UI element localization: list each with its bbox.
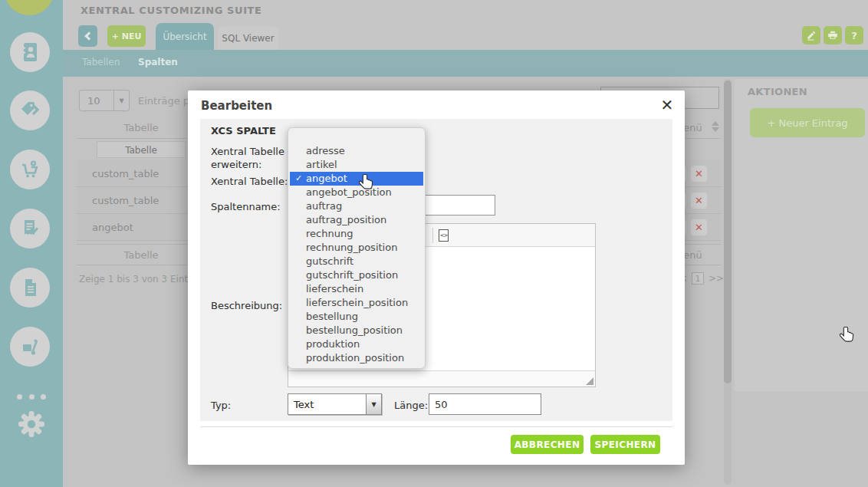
source-code-icon[interactable]: <> [439,229,449,242]
dropdown-option[interactable]: gutschrift_position [288,268,425,282]
logo-icon[interactable] [5,0,54,15]
settings-gear-icon [16,409,47,439]
sidebar-item-tags[interactable] [10,90,50,130]
row-delete-button[interactable]: ✕ [691,166,707,182]
column-filter [97,141,186,158]
chevron-left-icon [84,31,93,40]
sidebar-item-shop[interactable] [10,150,50,189]
edit-modal: Bearbeiten ✕ XCS SPALTE Xentral Tabelle … [188,90,685,465]
label-spaltenname: Spaltenname: [211,201,281,212]
actions-title: AKTIONEN [748,86,807,97]
row-delete-button[interactable]: ✕ [691,219,707,235]
dropdown-option-label: lieferschein [306,283,363,295]
page-size-value: 10 [80,95,113,107]
new-button[interactable]: + NEU [107,25,146,47]
typ-value: Text [288,394,366,414]
dropdown-option-label: auftrag [306,200,342,212]
modal-title: Bearbeiten [201,99,272,113]
dropdown-option[interactable]: lieferschein_position [288,296,425,310]
pencil-icon [806,30,817,41]
sidebar-item-invoices[interactable] [10,209,50,248]
close-icon[interactable]: ✕ [657,95,677,115]
tab-uebersicht[interactable]: Übersicht [156,23,214,50]
sidebar-item-logistics[interactable] [10,327,50,367]
save-button[interactable]: SPEICHERN [590,435,660,454]
question-mark-icon: ? [851,30,857,41]
help-button[interactable]: ? [845,26,863,44]
page-size-select[interactable]: 10 ▼ [79,90,130,111]
cancel-button[interactable]: ABBRECHEN [511,435,584,454]
chevron-down-icon: ▼ [113,90,129,110]
dropdown-option[interactable]: produktion_position [288,351,425,365]
subtab-spalten[interactable]: Spalten [138,57,178,67]
dropdown-option[interactable]: bestellung [288,310,425,324]
document-icon [18,276,41,299]
dropdown-option[interactable]: rechnung_position [288,241,425,255]
sidebar-more-menu[interactable] [17,394,46,400]
actions-panel: AKTIONEN + Neuer Eintrag [735,79,868,391]
dropdown-option[interactable]: adresse [288,144,425,158]
dropdown-option[interactable]: rechnung [288,227,425,241]
new-entry-button[interactable]: + Neuer Eintrag [750,108,865,137]
modal-form-panel: XCS SPALTE Xentral Tabelle erweitern: Xe… [200,119,672,421]
dropdown-option[interactable]: auftrag [288,199,425,213]
filter-input[interactable] [97,143,185,158]
toolbar-divider [432,228,433,243]
tab-sql-viewer[interactable]: SQL Viewer [218,26,278,50]
print-button[interactable] [824,26,842,44]
back-button[interactable] [78,25,97,47]
chevron-down-icon: ▼ [366,394,381,414]
dropdown-option-label: produktion_position [306,352,404,364]
dropdown-option-label: auftrag_position [306,214,386,225]
dropdown-option[interactable]: ✓angebot [290,172,423,186]
edit-button[interactable] [802,26,820,44]
dropdown-option[interactable]: auftrag_position [288,213,425,227]
label-xentral-tabelle-erweitern: Xentral Tabelle erweitern: [211,145,289,171]
dropdown-option-label: rechnung [306,228,353,239]
dropdown-option[interactable]: lieferschein [288,282,425,296]
laenge-input[interactable] [429,393,541,415]
dropdown-option-label: produktion [306,338,360,350]
dropdown-option[interactable]: produktion [288,337,425,351]
typ-select[interactable]: Text ▼ [288,393,382,415]
page-next[interactable]: >> [709,273,724,284]
dropdown-option[interactable]: gutschrift [288,255,425,268]
dropdown-option-label: gutschrift_position [306,269,398,281]
modal-footer-divider [200,426,672,427]
scrollbar-thumb[interactable] [724,81,732,383]
subtab-tabellen[interactable]: Tabellen [82,57,120,67]
printer-icon [827,30,838,41]
dropdown-option[interactable]: artikel [288,158,425,172]
footer-header-tabelle: Tabelle [77,249,205,261]
sub-navigation: Tabellen Spalten [63,50,868,77]
top-bar: XENTRAL CUSTOMIZING SUITE + NEU Übersich… [63,0,868,50]
dropdown-option-label: artikel [306,159,337,170]
table-cell-tabelle: angebot [92,222,133,233]
dropdown-option-label: angebot_position [306,186,392,198]
sort-icon[interactable] [712,121,719,132]
receipt-check-icon [18,217,41,240]
dropdown-option[interactable]: bestellung_position [288,324,425,337]
dropdown-option-label: gutschrift [306,255,353,267]
label-xentral-tabelle: Xentral Tabelle: [211,176,288,187]
sidebar [0,0,63,487]
sidebar-item-contacts[interactable] [10,32,50,72]
row-delete-button[interactable]: ✕ [691,192,707,209]
cart-gear-icon [18,158,41,181]
dropdown-option-label: lieferschein_position [306,297,408,308]
page-current[interactable]: 1 [692,272,704,285]
tag-icon [18,99,41,122]
handtruck-icon [18,335,41,358]
column-header-tabelle[interactable]: Tabelle [77,122,205,133]
dropdown-option-label: bestellung_position [306,324,403,336]
sidebar-item-documents[interactable] [10,268,50,308]
dropdown-option[interactable]: angebot_position [288,186,425,199]
page-title: XENTRAL CUSTOMIZING SUITE [81,5,262,16]
vertical-scrollbar[interactable] [724,79,732,485]
editor-footer [288,370,595,387]
table-cell-tabelle: custom_table [92,195,159,206]
ellipsis-icon [17,394,22,400]
resize-handle-icon[interactable] [586,377,593,385]
sidebar-item-settings[interactable] [16,409,47,443]
dropdown-option-label: rechnung_position [306,242,397,253]
